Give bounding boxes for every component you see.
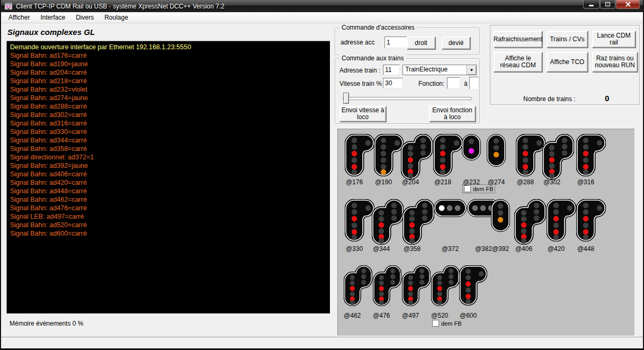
signal-graphic-302[interactable]: [542, 134, 574, 182]
send-function-button[interactable]: Envoi fonction à loco: [429, 106, 476, 122]
signal-graphic-232[interactable]: [462, 134, 481, 163]
console-line: Signal Bahn: ad344=carré: [10, 136, 327, 145]
console-line: Demande ouverture interface par Ethernet…: [10, 43, 327, 51]
signal-graphic-218[interactable]: [433, 134, 463, 178]
console-line: Signal Bahn: ad330=carré: [10, 128, 327, 136]
train-count-label: Nombre de trains :: [523, 95, 576, 103]
dem-fb-checkbox-1[interactable]: dem FB: [463, 185, 495, 193]
signal-address-label: @520: [424, 312, 455, 319]
signal-address-label: @218: [427, 178, 459, 186]
train-address-input[interactable]: [383, 65, 400, 75]
signal-graphic-176[interactable]: [345, 134, 374, 178]
console-line: Signal Bahn: ad406=carré: [10, 170, 327, 178]
signal-graphic-316[interactable]: [576, 134, 606, 178]
function-to-input[interactable]: [469, 77, 479, 89]
console-line: Signal Bahn: ad190=jaune: [10, 60, 327, 68]
status-strip: [1, 337, 643, 347]
train-speed-input[interactable]: [383, 78, 403, 88]
checkbox-label: dem FB: [441, 320, 462, 327]
speed-slider-track[interactable]: [343, 97, 472, 100]
signal-graphic-462[interactable]: [344, 265, 372, 308]
signal-graphic-274[interactable]: [487, 134, 506, 169]
signal-graphic-204[interactable]: [401, 134, 433, 182]
signal-graphic-344[interactable]: [372, 199, 404, 247]
console-line: Signal Bahn: ad302=carré: [10, 111, 327, 119]
window-title: Client TCP-IP CDM Rail ou USB - système …: [16, 3, 225, 10]
function-from-input[interactable]: [447, 77, 460, 89]
signal-graphic-600[interactable]: [459, 265, 487, 308]
checkbox-label: dem FB: [473, 186, 494, 192]
signal-address-label: @176: [338, 178, 370, 186]
signal-address-label: @497: [395, 312, 426, 319]
minimize-button[interactable]: [583, 0, 600, 9]
devie-button[interactable]: devié: [442, 37, 470, 49]
console-line: Signal Bahn: ad176=carré: [10, 51, 327, 60]
event-console: Demande ouverture interface par Ethernet…: [6, 41, 330, 314]
speed-slider-thumb[interactable]: [343, 93, 349, 104]
signal-graphic-520[interactable]: [431, 265, 460, 308]
signal-graphic-497[interactable]: [402, 265, 431, 308]
menu-item-roulage[interactable]: Roulage: [99, 13, 133, 22]
chevron-down-icon[interactable]: ▼: [467, 65, 476, 75]
restore-icon: [605, 2, 610, 6]
console-line: Signal Bahn: ad520=carré: [10, 221, 327, 229]
train-address-label: Adresse train :: [339, 67, 380, 74]
app-window: Client TCP-IP CDM Rail ou USB - système …: [0, 0, 644, 350]
accessory-groupbox: Commande d'accessoires adresse acc droit…: [335, 28, 480, 55]
signal-graphic-190[interactable]: [374, 134, 404, 178]
train-groupbox-title: Commande aux trains: [339, 55, 406, 62]
signal-address-label: @302: [536, 178, 568, 186]
function-label: Fonction:: [418, 80, 444, 87]
send-speed-button[interactable]: Envoi vitesse à loco: [339, 106, 386, 122]
menu-item-interface[interactable]: Interface: [35, 13, 70, 22]
console-line: Signal Bahn: ad600=carré: [10, 229, 327, 238]
train-select-value: TrainElectrique: [403, 65, 467, 75]
console-line: Signal Bahn: ad204=carré: [10, 68, 327, 77]
accessory-groupbox-title: Commande d'accessoires: [339, 24, 417, 31]
lance-cdm-rail-button[interactable]: Lance CDM rail: [592, 31, 636, 48]
affiche-tco-button[interactable]: Affiche TCO: [547, 52, 588, 72]
droit-button[interactable]: droit: [407, 37, 435, 49]
signal-graphic-358[interactable]: [402, 199, 434, 247]
checkbox-box[interactable]: [464, 185, 471, 192]
menu-item-divers[interactable]: Divers: [70, 13, 99, 22]
console-line: Signal Bahn: ad316=carré: [10, 119, 327, 128]
raz-trains-button[interactable]: Raz trains ou nouveau RUN: [592, 52, 638, 72]
signal-graphic-330[interactable]: [345, 199, 374, 244]
menu-item-afficher[interactable]: Afficher: [3, 13, 35, 22]
signal-address-label: @462: [336, 312, 368, 319]
rafraichissement-button[interactable]: Rafraichissement: [494, 31, 542, 48]
console-line: Signal Bahn: ad420=carré: [10, 178, 327, 187]
console-line: Signal Bahn: ad218=carré: [10, 77, 327, 85]
console-line: Signal directionnel: ad372=1: [10, 153, 327, 161]
client-area: Signaux complexes GL Demande ouverture i…: [1, 23, 643, 337]
signal-graphic-406[interactable]: [514, 199, 546, 247]
signal-graphic-372[interactable]: [434, 199, 467, 219]
signal-address-label: @372: [434, 245, 466, 253]
restore-button[interactable]: [600, 0, 615, 9]
console-line: Signal Bahn: ad358=carré: [10, 145, 327, 153]
dem-fb-checkbox-2[interactable]: dem FB: [432, 320, 462, 327]
console-line: Signal Bahn: ad288=carré: [10, 102, 327, 111]
console-line: Signal Bahn: ad392=jaune: [10, 161, 327, 170]
signal-panel: @176@190@204@218@232@274@288@302@316@330…: [337, 129, 635, 336]
signal-graphic-448[interactable]: [576, 199, 606, 244]
signal-graphic-420[interactable]: [547, 199, 576, 244]
menu-bar: Afficher Interface Divers Roulage: [1, 12, 643, 23]
train-groupbox: Commande aux trains Adresse train : Trai…: [335, 58, 480, 124]
console-line: Signal Bahn: ad448=carré: [10, 187, 327, 195]
train-select[interactable]: TrainElectrique ▼: [402, 65, 477, 75]
console-line: Signal Bahn: ad232=violet: [10, 85, 327, 94]
affiche-reseau-cdm-button[interactable]: Affiche le réseau CDM: [494, 52, 542, 72]
accessory-address-label: adresse acc: [341, 39, 375, 46]
console-line: Signal Bahn: ad274=jaune: [10, 94, 327, 102]
signal-address-label: @476: [365, 312, 397, 319]
train-count-value: 0: [605, 94, 609, 103]
signal-graphic-288[interactable]: [516, 134, 545, 178]
checkbox-box[interactable]: [432, 320, 439, 327]
close-button[interactable]: [616, 0, 640, 9]
signal-graphic-392[interactable]: [491, 199, 510, 234]
signal-graphic-476[interactable]: [373, 265, 401, 308]
memory-status-label: Mémoire évènements 0 %: [10, 320, 83, 327]
trains-cvs-button[interactable]: Trains / CVs: [547, 31, 588, 48]
